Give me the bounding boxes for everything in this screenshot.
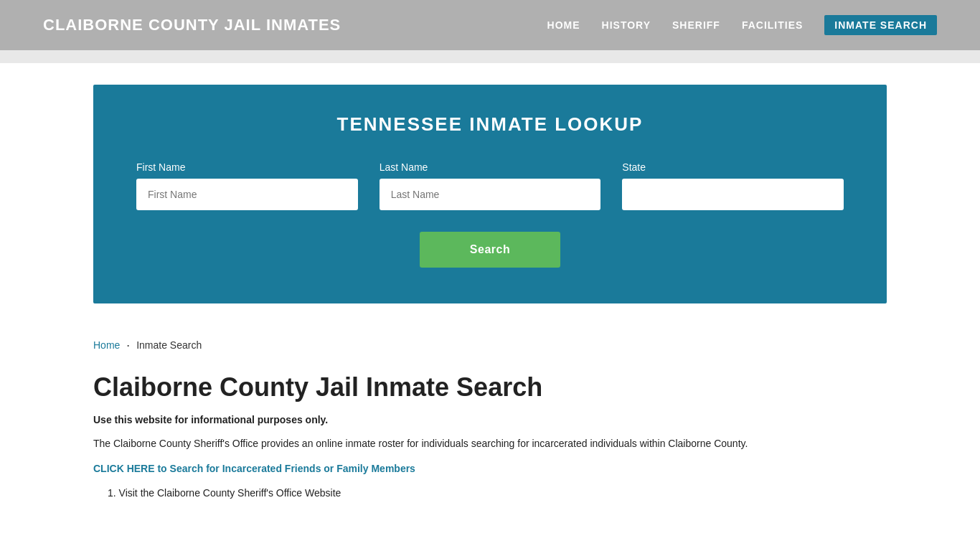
nav-sheriff[interactable]: SHERIFF [672,19,720,31]
hero-title: TENNESSEE INMATE LOOKUP [136,113,844,136]
last-name-group: Last Name [380,161,601,210]
sub-header-bar [0,50,980,63]
breadcrumb-current: Inmate Search [136,339,202,351]
nav-inmate-search[interactable]: INMATE SEARCH [824,15,937,35]
nav-home[interactable]: HOME [547,19,580,31]
breadcrumb-separator: • [127,342,129,349]
site-header: CLAIBORNE COUNTY JAIL INMATES HOME HISTO… [0,0,980,50]
first-name-group: First Name [136,161,358,210]
search-link[interactable]: CLICK HERE to Search for Incarcerated Fr… [93,463,887,474]
list-item-1: 1. Visit the Claiborne County Sheriff's … [108,487,887,499]
info-paragraph: The Claiborne County Sheriff's Office pr… [93,435,887,451]
nav-facilities[interactable]: FACILITIES [742,19,803,31]
site-title: CLAIBORNE COUNTY JAIL INMATES [43,16,341,34]
main-nav: HOME HISTORY SHERIFF FACILITIES INMATE S… [547,15,937,35]
search-button-row: Search [136,232,844,268]
first-name-input[interactable] [136,179,358,210]
state-label: State [622,161,844,173]
breadcrumb-home-link[interactable]: Home [93,339,120,351]
nav-history[interactable]: HISTORY [602,19,651,31]
info-bold-text: Use this website for informational purpo… [93,414,887,425]
page-title: Claiborne County Jail Inmate Search [93,372,887,402]
last-name-input[interactable] [380,179,601,210]
hero-section: TENNESSEE INMATE LOOKUP First Name Last … [93,85,887,303]
last-name-label: Last Name [380,161,601,173]
state-input[interactable]: Tennessee [622,179,844,210]
breadcrumb: Home • Inmate Search [0,325,980,358]
inmate-search-form: First Name Last Name State Tennessee [136,161,844,210]
main-content: Claiborne County Jail Inmate Search Use … [0,358,980,527]
first-name-label: First Name [136,161,358,173]
search-button[interactable]: Search [420,232,560,268]
state-group: State Tennessee [622,161,844,210]
